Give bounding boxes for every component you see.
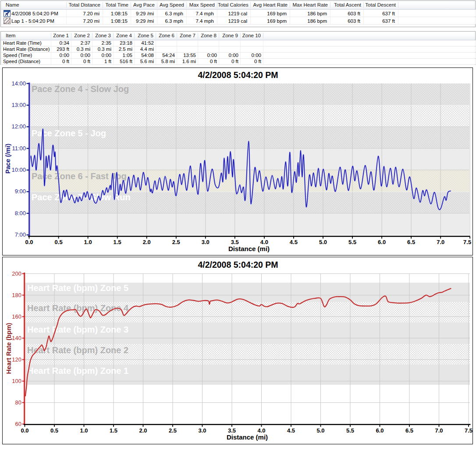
svg-text:Heart Rate (bpm) Zone 3: Heart Rate (bpm) Zone 3 bbox=[27, 325, 128, 334]
svg-text:7.5: 7.5 bbox=[465, 427, 472, 434]
svg-text:3.5: 3.5 bbox=[228, 427, 236, 434]
svg-text:80: 80 bbox=[15, 399, 21, 406]
svg-text:4/2/2008 5:04:20 PM: 4/2/2008 5:04:20 PM bbox=[198, 70, 278, 80]
svg-text:5.5: 5.5 bbox=[346, 427, 354, 434]
svg-text:11:00: 11:00 bbox=[12, 145, 26, 152]
svg-text:14:00: 14:00 bbox=[11, 80, 26, 87]
svg-text:6.5: 6.5 bbox=[405, 427, 413, 434]
svg-text:200: 200 bbox=[12, 270, 21, 277]
svg-text:3.0: 3.0 bbox=[198, 427, 206, 434]
svg-text:4.0: 4.0 bbox=[260, 239, 268, 245]
svg-text:1.0: 1.0 bbox=[80, 427, 88, 434]
svg-text:7:00: 7:00 bbox=[15, 231, 26, 238]
svg-text:4.5: 4.5 bbox=[287, 427, 295, 434]
svg-text:1.5: 1.5 bbox=[110, 427, 117, 434]
svg-text:5.0: 5.0 bbox=[316, 427, 324, 434]
svg-text:0.5: 0.5 bbox=[50, 427, 58, 434]
svg-text:Heart Rate (bpm) Zone 1: Heart Rate (bpm) Zone 1 bbox=[27, 366, 128, 376]
svg-text:0.0: 0.0 bbox=[25, 239, 33, 245]
svg-text:6.0: 6.0 bbox=[376, 427, 384, 434]
svg-text:5.0: 5.0 bbox=[319, 239, 327, 245]
svg-text:Distance (mi): Distance (mi) bbox=[228, 245, 270, 252]
svg-text:160: 160 bbox=[12, 313, 21, 320]
svg-text:4.0: 4.0 bbox=[257, 427, 265, 434]
svg-text:0.5: 0.5 bbox=[55, 239, 63, 245]
svg-text:60: 60 bbox=[15, 421, 21, 427]
svg-text:Distance (mi): Distance (mi) bbox=[227, 433, 268, 441]
svg-text:1.0: 1.0 bbox=[84, 239, 92, 245]
svg-text:2.5: 2.5 bbox=[169, 427, 177, 434]
svg-text:7.0: 7.0 bbox=[435, 427, 443, 434]
svg-text:2.5: 2.5 bbox=[172, 239, 180, 245]
svg-text:6.0: 6.0 bbox=[378, 239, 386, 245]
svg-text:8:00: 8:00 bbox=[15, 210, 26, 216]
svg-text:Heart Rate (bpm): Heart Rate (bpm) bbox=[5, 323, 12, 374]
svg-text:4.5: 4.5 bbox=[290, 239, 298, 245]
svg-text:Pace (/mi): Pace (/mi) bbox=[4, 144, 11, 174]
svg-text:2.0: 2.0 bbox=[139, 427, 147, 434]
svg-text:12:00: 12:00 bbox=[11, 123, 26, 130]
svg-text:140: 140 bbox=[12, 335, 21, 341]
svg-text:Pace Zone 4 - Slow Jog: Pace Zone 4 - Slow Jog bbox=[32, 84, 129, 94]
svg-text:Heart Rate (bpm) Zone 5: Heart Rate (bpm) Zone 5 bbox=[27, 283, 128, 293]
svg-text:10:00: 10:00 bbox=[11, 167, 26, 173]
svg-text:3.0: 3.0 bbox=[202, 239, 210, 245]
svg-text:0.0: 0.0 bbox=[21, 427, 28, 434]
svg-text:Heart Rate (bpm) Zone 4: Heart Rate (bpm) Zone 4 bbox=[27, 303, 129, 313]
svg-text:3.5: 3.5 bbox=[231, 239, 239, 245]
svg-text:5.5: 5.5 bbox=[348, 239, 356, 245]
svg-text:13:00: 13:00 bbox=[11, 102, 26, 108]
svg-text:7.0: 7.0 bbox=[437, 239, 444, 245]
svg-text:120: 120 bbox=[12, 356, 21, 363]
svg-text:180: 180 bbox=[12, 292, 21, 298]
svg-text:6.5: 6.5 bbox=[407, 239, 415, 245]
svg-text:9:00: 9:00 bbox=[15, 188, 26, 195]
svg-text:1.5: 1.5 bbox=[114, 239, 121, 245]
svg-text:2.0: 2.0 bbox=[143, 239, 151, 245]
svg-text:7.5: 7.5 bbox=[463, 239, 471, 245]
svg-text:4/2/2008 5:04:20 PM: 4/2/2008 5:04:20 PM bbox=[198, 260, 278, 269]
svg-text:100: 100 bbox=[12, 378, 21, 384]
